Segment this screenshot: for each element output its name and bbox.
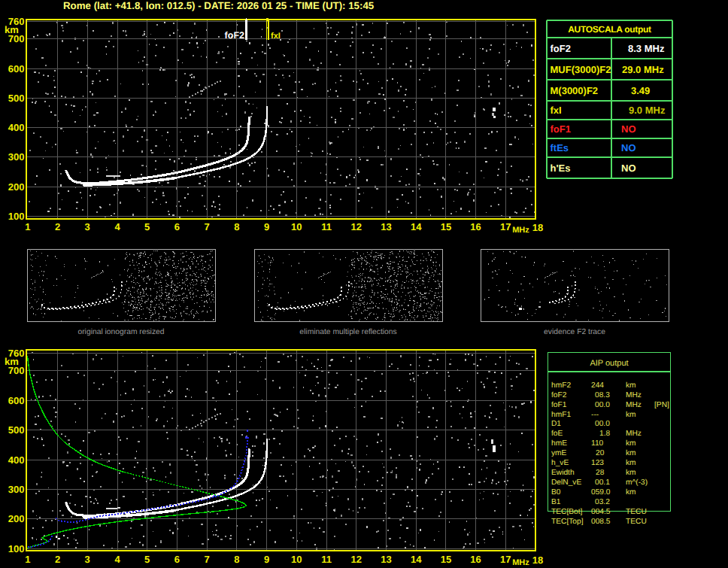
svg-text:MHz: MHz [512,226,529,235]
svg-text:13: 13 [381,554,391,565]
svg-text:1: 1 [25,554,30,565]
svg-text:10: 10 [291,554,302,565]
svg-text:300: 300 [8,151,25,163]
svg-text:18: 18 [532,554,543,566]
svg-text:00.0: 00.0 [595,420,610,428]
svg-text:[PN]: [PN] [654,401,669,409]
svg-text:evidence F2 trace: evidence F2 trace [544,328,605,336]
svg-text:hmE: hmE [551,439,567,448]
svg-text:NO: NO [621,123,636,135]
svg-text:18: 18 [532,222,543,233]
svg-text:AIP output: AIP output [590,359,628,368]
svg-text:200: 200 [8,181,25,193]
svg-text:8: 8 [234,221,239,232]
svg-text:10: 10 [291,221,302,232]
svg-text:059.0: 059.0 [591,488,611,497]
svg-text:400: 400 [8,454,25,466]
svg-text:110: 110 [591,439,604,448]
svg-text:km: km [626,411,636,419]
svg-text:foF1: foF1 [551,123,571,135]
svg-text:h'Es: h'Es [551,163,571,174]
svg-text:km: km [5,24,19,35]
svg-text:500: 500 [8,424,25,436]
svg-text:km: km [5,356,19,367]
svg-text:123: 123 [591,459,604,467]
svg-text:eliminate multiple reflections: eliminate multiple reflections [299,328,396,336]
svg-text:B1: B1 [551,498,561,506]
svg-text:13: 13 [381,221,391,232]
svg-text:NO: NO [621,142,636,153]
svg-text:2: 2 [55,221,60,232]
svg-text:11: 11 [321,221,332,232]
svg-text:300: 300 [8,484,25,495]
svg-text:29.0 MHz: 29.0 MHz [622,64,664,75]
svg-text:foF2: foF2 [225,30,244,41]
svg-text:7: 7 [204,554,209,565]
svg-text:8: 8 [234,554,239,565]
svg-text:TEC[Bot]: TEC[Bot] [551,508,582,516]
svg-text:MUF(3000)F2: MUF(3000)F2 [551,64,611,75]
svg-text:12: 12 [350,554,361,565]
svg-text:Rome (lat: +41.8, lon: 012.5): Rome (lat: +41.8, lon: 012.5) - DATE: 20… [63,0,375,11]
svg-text:4: 4 [114,554,120,565]
svg-text:00.0: 00.0 [595,401,610,409]
svg-text:foE: foE [551,430,563,438]
svg-text:D1: D1 [551,420,561,428]
svg-text:km: km [626,469,636,477]
svg-text:5: 5 [144,554,150,565]
svg-text:foF2: foF2 [551,43,571,54]
svg-text:15: 15 [441,554,451,565]
svg-text:5: 5 [144,221,150,232]
svg-text:8.3 MHz: 8.3 MHz [628,43,665,54]
svg-text:foF1: foF1 [551,401,567,409]
svg-text:km: km [626,488,636,497]
svg-text:14: 14 [411,554,422,565]
svg-text:28: 28 [596,469,605,477]
svg-text:400: 400 [8,122,25,133]
svg-text:3.49: 3.49 [631,85,650,96]
svg-text:M(3000)F2: M(3000)F2 [551,85,599,96]
svg-text:11: 11 [321,554,332,565]
svg-text:---: --- [591,411,599,419]
svg-text:9: 9 [264,554,269,565]
svg-text:MHz: MHz [626,430,642,438]
svg-text:B0: B0 [551,488,561,497]
svg-text:MHz: MHz [626,401,642,409]
svg-text:03.2: 03.2 [595,498,610,506]
svg-text:foF2: foF2 [551,391,567,399]
svg-text:100: 100 [8,543,25,554]
svg-text:7: 7 [204,221,209,232]
svg-text:17: 17 [500,221,511,232]
svg-text:14: 14 [411,221,422,232]
svg-text:100: 100 [8,211,25,222]
svg-text:9.0 MHz: 9.0 MHz [629,105,666,116]
svg-text:MHz: MHz [512,558,529,567]
svg-text:km: km [626,439,636,448]
svg-text:9: 9 [264,221,269,232]
svg-text:004.5: 004.5 [591,508,611,516]
svg-text:16: 16 [470,221,481,232]
svg-text:original ionogram resized: original ionogram resized [77,328,164,336]
svg-text:NO: NO [621,163,636,174]
svg-text:TEC[Top]: TEC[Top] [551,518,584,526]
svg-text:TECU: TECU [626,508,647,516]
svg-text:DelN_vE: DelN_vE [551,478,581,487]
svg-text:12: 12 [350,221,361,232]
svg-text:ymE: ymE [551,449,567,457]
svg-text:hmF2: hmF2 [551,381,571,390]
svg-text:6: 6 [174,554,180,565]
svg-text:1.8: 1.8 [599,430,610,438]
svg-text:20: 20 [596,449,605,457]
svg-text:Ewidth: Ewidth [551,469,575,477]
svg-text:fxI: fxI [551,105,562,116]
svg-text:1: 1 [25,221,30,232]
svg-text:16: 16 [470,554,481,565]
svg-text:MHz: MHz [626,391,642,399]
svg-text:244: 244 [591,381,604,390]
svg-text:008.5: 008.5 [591,518,611,526]
svg-text:3: 3 [85,554,90,565]
svg-text:17: 17 [500,554,511,565]
svg-text:km: km [626,459,636,467]
svg-text:15: 15 [441,221,451,232]
svg-text:AUTOSCALA output: AUTOSCALA output [568,24,651,35]
